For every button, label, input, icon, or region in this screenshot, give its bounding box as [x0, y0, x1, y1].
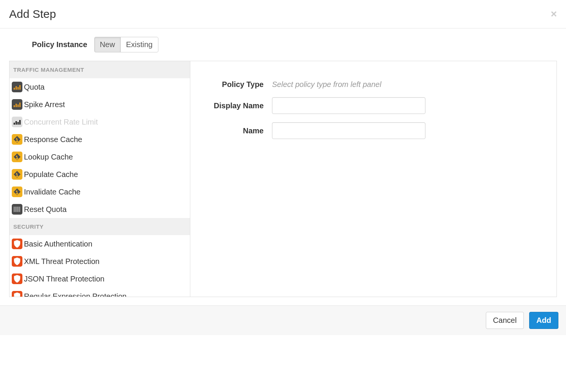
- category-header: TRAFFIC MANAGEMENT: [9, 61, 190, 78]
- security-icon: [12, 291, 22, 297]
- svg-rect-0: [14, 88, 15, 90]
- svg-rect-7: [19, 103, 21, 107]
- policy-item-label: Reset Quota: [24, 205, 66, 214]
- policy-item[interactable]: Reset Quota: [9, 201, 190, 218]
- name-input[interactable]: [272, 122, 425, 139]
- cache-icon: [12, 169, 22, 180]
- svg-rect-32: [17, 207, 18, 212]
- policy-item-label: Lookup Cache: [24, 153, 73, 161]
- cache-icon: [12, 152, 22, 162]
- add-button[interactable]: Add: [529, 312, 558, 329]
- main-container: TRAFFIC MANAGEMENTQuotaSpike ArrestConcu…: [9, 61, 557, 297]
- svg-rect-1: [16, 86, 17, 90]
- policy-type-list[interactable]: TRAFFIC MANAGEMENTQuotaSpike ArrestConcu…: [9, 61, 190, 297]
- policy-item-label: Invalidate Cache: [24, 188, 81, 196]
- display-name-input[interactable]: [272, 97, 425, 114]
- existing-toggle-button[interactable]: Existing: [120, 37, 158, 52]
- close-icon[interactable]: ×: [551, 9, 557, 19]
- svg-rect-4: [14, 105, 15, 107]
- policy-item-label: Regular Expression Protection: [24, 292, 126, 297]
- svg-rect-8: [14, 123, 15, 125]
- policy-item[interactable]: Spike Arrest: [9, 96, 190, 113]
- policy-type-row: Policy Type Select policy type from left…: [202, 80, 545, 89]
- display-name-label: Display Name: [202, 101, 272, 110]
- policy-item-label: Basic Authentication: [24, 240, 92, 248]
- svg-rect-34: [19, 207, 20, 212]
- svg-rect-11: [19, 120, 21, 125]
- traffic-icon: [12, 82, 22, 92]
- name-label: Name: [202, 126, 272, 135]
- display-name-row: Display Name: [202, 97, 545, 114]
- policy-item-label: Quota: [24, 83, 44, 92]
- security-icon: [12, 273, 22, 284]
- policy-instance-row: Policy Instance New Existing: [0, 28, 566, 61]
- policy-item-label: Spike Arrest: [24, 100, 65, 109]
- policy-item: Concurrent Rate Limit: [9, 113, 190, 131]
- policy-item[interactable]: Lookup Cache: [9, 148, 190, 166]
- svg-rect-5: [16, 104, 17, 107]
- policy-item[interactable]: Invalidate Cache: [9, 183, 190, 201]
- svg-rect-28: [14, 207, 14, 212]
- modal-footer: Cancel Add: [0, 305, 566, 335]
- security-icon: [12, 239, 22, 249]
- policy-item-label: Populate Cache: [24, 170, 78, 179]
- modal-title: Add Step: [9, 8, 56, 21]
- policy-instance-label: Policy Instance: [32, 40, 87, 49]
- modal-header: Add Step ×: [0, 0, 566, 28]
- policy-item[interactable]: XML Threat Protection: [9, 253, 190, 270]
- security-icon: [12, 256, 22, 267]
- policy-item[interactable]: Basic Authentication: [9, 235, 190, 253]
- svg-rect-9: [16, 121, 17, 125]
- svg-rect-29: [15, 207, 15, 212]
- svg-rect-31: [17, 207, 17, 212]
- policy-item[interactable]: Response Cache: [9, 131, 190, 148]
- name-row: Name: [202, 122, 545, 139]
- policy-item-label: JSON Threat Protection: [24, 275, 104, 283]
- category-header: SECURITY: [9, 218, 190, 235]
- cache-icon: [12, 187, 22, 197]
- new-toggle-button[interactable]: New: [94, 37, 121, 52]
- policy-item-label: Concurrent Rate Limit: [24, 118, 98, 126]
- policy-type-placeholder: Select policy type from left panel: [272, 80, 381, 89]
- policy-type-label: Policy Type: [202, 80, 272, 89]
- disabled-icon: [12, 117, 22, 127]
- svg-rect-3: [19, 85, 21, 90]
- policy-item[interactable]: Populate Cache: [9, 166, 190, 183]
- policy-item[interactable]: JSON Threat Protection: [9, 270, 190, 288]
- policy-item[interactable]: Regular Expression Protection: [9, 288, 190, 297]
- policy-item-label: XML Threat Protection: [24, 257, 100, 266]
- policy-item-label: Response Cache: [24, 135, 82, 144]
- svg-rect-33: [19, 207, 19, 212]
- policy-form-panel: Policy Type Select policy type from left…: [190, 61, 557, 297]
- policy-instance-toggle: New Existing: [94, 37, 158, 52]
- traffic-icon: [12, 99, 22, 110]
- cancel-button[interactable]: Cancel: [486, 312, 524, 329]
- svg-rect-6: [17, 104, 19, 107]
- svg-rect-10: [17, 122, 19, 125]
- svg-rect-30: [16, 207, 16, 212]
- svg-rect-2: [17, 87, 19, 90]
- barcode-icon: [12, 204, 22, 215]
- policy-item[interactable]: Quota: [9, 78, 190, 96]
- cache-icon: [12, 134, 22, 145]
